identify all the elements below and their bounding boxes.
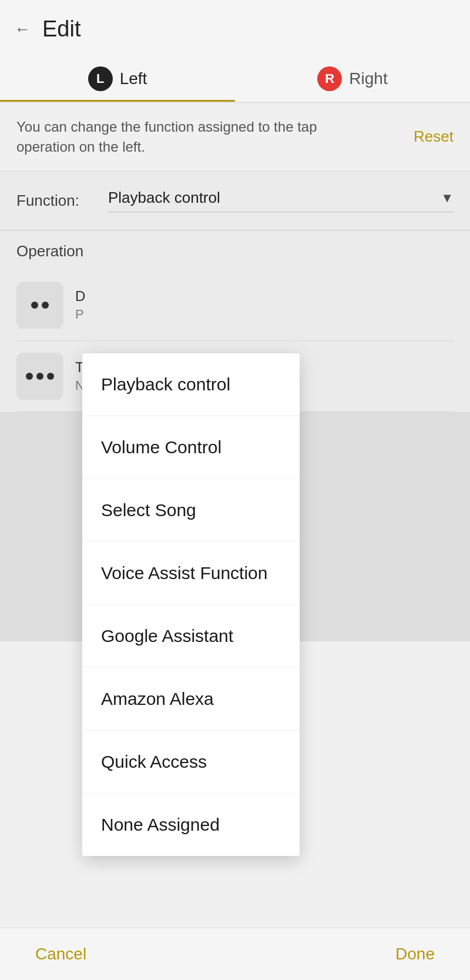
done-button[interactable]: Done xyxy=(395,945,435,964)
tabs-container: L Left R Right xyxy=(0,53,470,103)
tab-active-indicator xyxy=(0,100,235,102)
description-text: You can change the function assigned to … xyxy=(16,117,345,156)
cancel-button[interactable]: Cancel xyxy=(35,945,86,964)
dropdown-item-4[interactable]: Google Assistant xyxy=(82,605,300,668)
function-dropdown-menu: Playback controlVolume ControlSelect Son… xyxy=(82,353,300,856)
page-title: Edit xyxy=(42,16,80,42)
left-tab-badge: L xyxy=(88,66,113,91)
tab-right[interactable]: R Right xyxy=(235,53,470,102)
tab-left[interactable]: L Left xyxy=(0,53,235,102)
back-button[interactable]: ← xyxy=(14,20,31,39)
reset-button[interactable]: Reset xyxy=(414,128,454,146)
right-tab-label: Right xyxy=(349,69,387,88)
right-tab-badge: R xyxy=(317,66,342,91)
dropdown-item-7[interactable]: None Assigned xyxy=(82,794,300,856)
dropdown-item-5[interactable]: Amazon Alexa xyxy=(82,668,300,731)
dropdown-item-2[interactable]: Select Song xyxy=(82,479,300,542)
content-area: Function: Playback control ▼ Operation D… xyxy=(0,171,470,641)
dropdown-item-6[interactable]: Quick Access xyxy=(82,731,300,794)
header: ← Edit xyxy=(0,0,470,53)
dropdown-item-3[interactable]: Voice Assist Function xyxy=(82,542,300,605)
bottom-bar: Cancel Done xyxy=(0,928,470,980)
description-bar: You can change the function assigned to … xyxy=(0,103,470,171)
dropdown-item-1[interactable]: Volume Control xyxy=(82,416,300,479)
dropdown-item-0[interactable]: Playback control xyxy=(82,353,300,416)
left-tab-label: Left xyxy=(120,69,147,88)
